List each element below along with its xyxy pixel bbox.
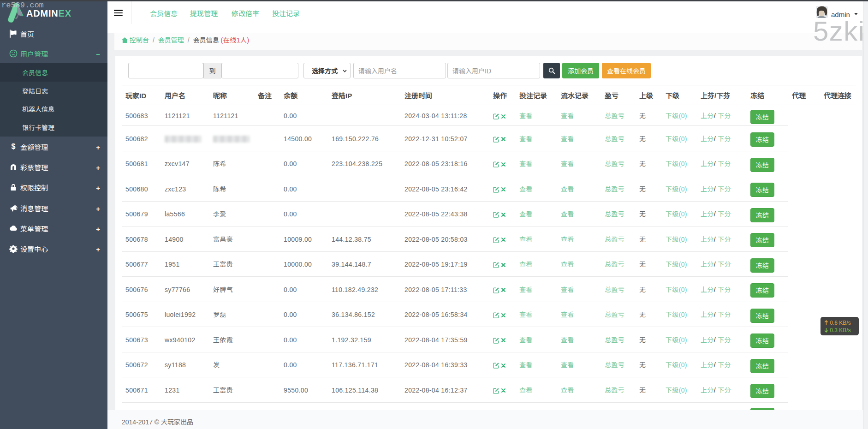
svg-text:$: $ <box>12 143 16 150</box>
